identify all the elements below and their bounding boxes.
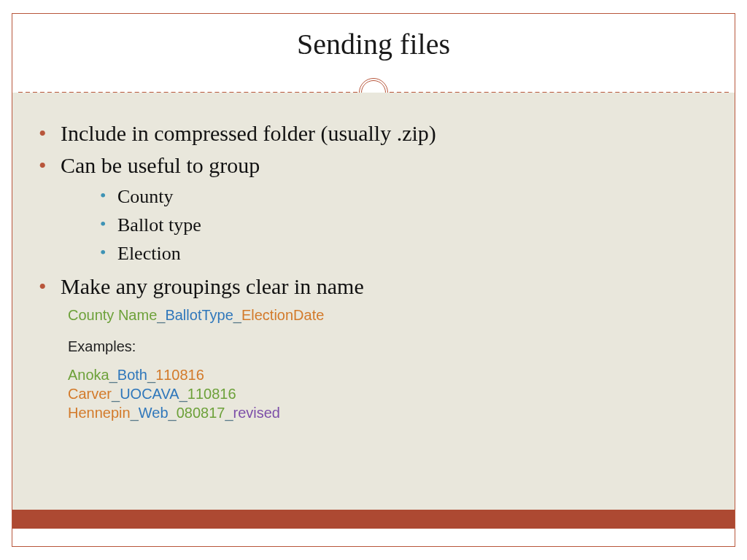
body-area: Include in compressed folder (usually .z… [12,93,735,529]
bullet-text: Can be useful to group [61,153,260,177]
ex-county: Anoka [68,367,109,383]
ex-date: 110816 [187,386,236,402]
ex-date: 110816 [155,367,204,383]
bullet-item: Can be useful to group County Ballot typ… [37,149,720,268]
underscore: _ [109,367,117,383]
pattern-county: County Name [68,307,157,323]
footer-bar [12,510,735,529]
ex-ballot: Both [117,367,147,383]
underscore: _ [147,367,155,383]
underscore: _ [157,307,165,323]
underscore: _ [112,386,120,402]
slide: Sending files Include in compressed fold… [12,13,735,547]
bullet-list: Include in compressed folder (usually .z… [37,117,720,303]
sub-list: County Ballot type Election [98,182,720,268]
title-area: Sending files [12,14,735,93]
slide-title: Sending files [12,14,735,61]
underscore: _ [169,405,177,421]
ex-ballot: Web [139,405,169,421]
sub-item: County [98,182,720,211]
naming-pattern: County Name_BallotType_ElectionDate [68,306,720,325]
example-row: Anoka_Both_110816 [68,365,720,384]
example-row: Carver_UOCAVA_110816 [68,384,720,403]
sub-item: Election [98,239,720,268]
ex-county: Hennepin [68,405,131,421]
underscore: _ [233,307,241,323]
underscore: _ [225,405,233,421]
underscore: _ [131,405,139,421]
pattern-ballot: BallotType [165,307,233,323]
underscore: _ [179,386,187,402]
example-row: Hennepin_Web_080817_revised [68,403,720,422]
ex-suffix: revised [233,405,280,421]
examples-block: Anoka_Both_110816 Carver_UOCAVA_110816 H… [68,365,720,422]
bullet-item: Include in compressed folder (usually .z… [37,117,720,149]
ex-county: Carver [68,386,112,402]
sub-item: Ballot type [98,211,720,239]
bullet-item: Make any groupings clear in name [37,271,720,303]
examples-label: Examples: [68,338,720,355]
ex-date: 080817 [177,405,225,421]
pattern-date: ElectionDate [241,307,324,323]
ex-ballot: UOCAVA [120,386,179,402]
